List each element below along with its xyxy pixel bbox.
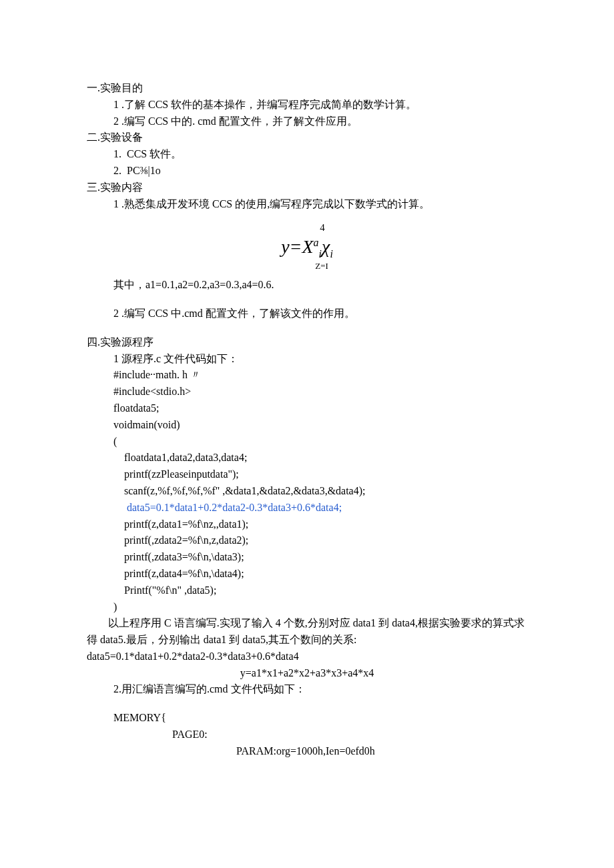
code-line-7: printf(zzPleaseinputdata");: [87, 466, 527, 483]
section1-item1: 1 .了解 CCS 软件的基本操作，并编写程序完成简单的数学计算。: [87, 97, 527, 113]
code-line-4: voidmain(void): [87, 417, 527, 434]
section4-intro: 1 源程序.c 文件代码如下：: [87, 351, 527, 368]
formula-y: y=: [281, 236, 302, 257]
section3-heading: 三.实验内容: [87, 179, 527, 196]
code-line-15: ): [87, 599, 527, 616]
code-line-14: Printf("%f\n" ,data5);: [87, 582, 527, 599]
code-line-5: (: [87, 434, 527, 450]
mem-line-2: PAGE0:: [87, 727, 527, 743]
code-line-9: data5=0.1*data1+0.2*data2-0.3*data3+0.6*…: [87, 500, 527, 516]
section1-item2: 2 .编写 CCS 中的. cmd 配置文件，并了解文件应用。: [87, 113, 527, 130]
code-line-10: printf(z,data1=%f\nz,,data1);: [87, 516, 527, 533]
section1-heading: 一.实验目的: [87, 80, 527, 97]
code-line-11: printf(,zdata2=%f\n,z,data2);: [87, 532, 527, 549]
section4-intro2: 2.用汇编语言编写的.cmd 文件代码如下：: [87, 681, 527, 698]
section2-heading: 二.实验设备: [87, 129, 527, 146]
code-line-13: printf(z,data4=%f\n,\data4);: [87, 566, 527, 582]
code-line-3: floatdata5;: [87, 400, 527, 417]
coeff-line: 其中，a1=0.1,a2=0.2,a3=0.3,a4=0.6.: [87, 277, 527, 294]
code-line-2: #include<stdio.h>: [87, 384, 527, 400]
explain-eq2: y=a1*x1+a2*x2+a3*x3+a4*x4: [87, 665, 527, 682]
section3-item1: 1 .熟悉集成开发环境 CCS 的使用,编写程序完成以下数学式的计算。: [87, 196, 527, 213]
math-formula: 4 y=Xaiχi Z=I: [87, 220, 527, 273]
code-line-1: #include··math. h 〃: [87, 367, 527, 384]
explain-eq1: data5=0.1*data1+0.2*data2-0.3*data3+0.6*…: [87, 648, 527, 665]
explain-para1: 以上程序用 C 语言编写.实现了输入 4 个数,分别对应 data1 到 dat…: [87, 615, 527, 648]
formula-sub-i2: i: [330, 248, 332, 259]
formula-x: X: [302, 236, 313, 257]
mem-line-1: MEMORY{: [87, 710, 527, 727]
section3-item2: 2 .编写 CCS 中.cmd 配置文件，了解该文件的作用。: [87, 306, 527, 322]
formula-sup-a: a: [314, 236, 319, 248]
code-line-8: scanf(z,%f,%f,%f,%f" ,&data1,&data2,&dat…: [87, 483, 527, 500]
document-page: 一.实验目的 1 .了解 CCS 软件的基本操作，并编写程序完成简单的数学计算。…: [0, 0, 614, 868]
section4-heading: 四.实验源程序: [87, 334, 527, 351]
formula-chi: χ: [322, 236, 330, 257]
section2-item1: 1. CCS 软件。: [87, 146, 527, 163]
code-line-12: printf(,zdata3=%f\n,\data3);: [87, 549, 527, 566]
section2-item2: 2. PC⅜|1o: [87, 163, 527, 179]
mem-line-3: PARAM:org=1000h,Ien=0efd0h: [87, 743, 527, 760]
code-line-6: floatdata1,data2,data3,data4;: [87, 450, 527, 466]
